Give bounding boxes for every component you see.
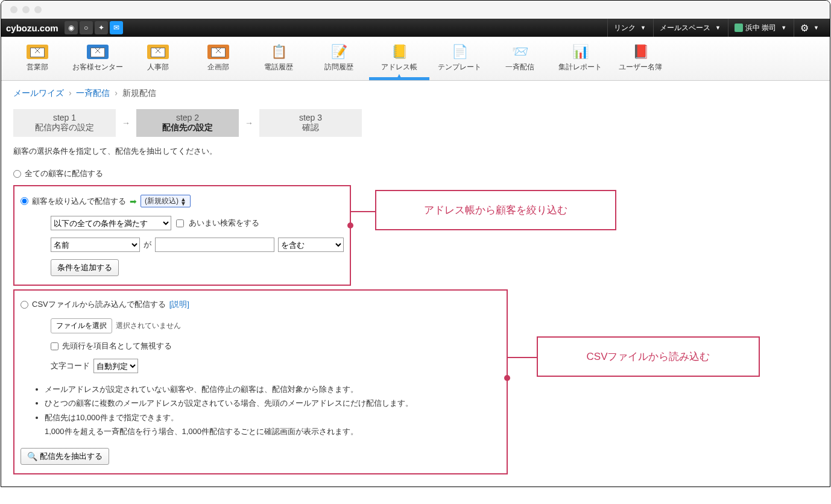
radio-filter-customers[interactable] [21, 197, 28, 205]
radio-csv-label: CSVファイルから読み込んで配信する [32, 299, 166, 310]
charset-select[interactable]: 自動判定 [93, 359, 138, 373]
arrow-right-icon: → [122, 118, 130, 128]
settings-menu[interactable]: ⚙▼ [794, 19, 825, 37]
file-choose-button[interactable]: ファイルを選択 [51, 318, 112, 333]
fuzzy-search-checkbox[interactable] [176, 219, 184, 227]
traffic-light-close[interactable] [10, 6, 17, 13]
avatar-icon [735, 24, 743, 32]
toolbar-item-report[interactable]: 📊集計レポート [550, 40, 610, 80]
gear-icon: ⚙ [800, 22, 809, 34]
callout-addressbook: アドレス帳から顧客を絞り込む [375, 190, 616, 230]
toolbar-item-addressbook[interactable]: 📒アドレス帳 [369, 40, 429, 80]
breadcrumb: メールワイズ › 一斉配信 › 新規配信 [1, 81, 830, 106]
fuzzy-search-label: あいまい検索をする [189, 218, 259, 228]
charset-label: 文字コード [51, 361, 90, 371]
phone-history-icon: 📋 [269, 44, 288, 60]
app-icon-1[interactable]: ◉ [65, 21, 78, 34]
app-toolbar: 営業部 お客様センター 人事部 企画部 📋電話履歴 📝訪問履歴 📒アドレス帳 📄… [1, 37, 830, 81]
link-menu[interactable]: リンク▼ [607, 19, 652, 37]
filter-section: 顧客を絞り込んで配信する ➡ (新規絞込)▲▼ 以下の全ての条件を満たす あいま… [13, 185, 351, 286]
arrow-right-green-icon: ➡ [130, 197, 137, 206]
step-1: step 1 配信内容の設定 [13, 109, 116, 137]
step-2: step 2 配信先の設定 [136, 109, 239, 137]
toolbar-item-bulk-send[interactable]: 📨一斉配信 [490, 40, 550, 80]
field-select[interactable]: 名前 [51, 238, 140, 252]
callout-connector-dot [347, 222, 353, 228]
chevron-down-icon: ▼ [640, 25, 646, 31]
csv-section: CSVファイルから読み込んで配信する [説明] ファイルを選択 選択されていませ… [13, 289, 508, 474]
chevron-down-icon: ▼ [814, 25, 819, 31]
radio-all-label: 全ての顧客に配信する [25, 168, 103, 179]
user-list-icon: 📕 [631, 44, 650, 60]
note-item: メールアドレスが設定されていない顧客や、配信停止の顧客は、配信対象から除きます。 [45, 382, 501, 396]
window-title-bar [1, 1, 830, 19]
callout-connector-line-2 [508, 357, 538, 358]
mail-icon[interactable]: ✉ [110, 21, 123, 34]
toolbar-item-sales[interactable]: 営業部 [7, 40, 68, 80]
traffic-light-min[interactable] [22, 6, 30, 13]
notes-list: メールアドレスが設定されていない顧客や、配信停止の顧客は、配信対象から除きます。… [21, 382, 501, 439]
file-status-text: 選択されていません [116, 321, 181, 331]
new-filter-button[interactable]: (新規絞込)▲▼ [141, 195, 191, 207]
chevron-down-icon: ▼ [715, 25, 721, 31]
csv-help-link[interactable]: [説明] [169, 299, 189, 310]
addressbook-icon: 📒 [390, 44, 409, 60]
operator-select[interactable]: を含む [278, 238, 344, 252]
toolbar-item-support[interactable]: お客様センター [68, 40, 128, 80]
value-input[interactable] [155, 238, 274, 252]
toolbar-item-visit-history[interactable]: 📝訪問履歴 [309, 40, 369, 80]
instruction-text: 顧客の選択条件を指定して、配信先を抽出してください。 [13, 146, 818, 157]
wizard-steps: step 1 配信内容の設定 → step 2 配信先の設定 → step 3 … [1, 106, 830, 146]
toolbar-item-hr[interactable]: 人事部 [128, 40, 188, 80]
callout-csv: CSVファイルから読み込む [537, 336, 760, 377]
traffic-light-max[interactable] [34, 6, 42, 13]
toolbar-item-phone-history[interactable]: 📋電話履歴 [248, 40, 309, 80]
arrow-right-icon: → [245, 118, 253, 128]
global-header: cybozu.com ◉ ○ ✦ ✉ リンク▼ メールスペース▼ 浜中 崇司▼ … [1, 19, 830, 37]
mailspace-menu[interactable]: メールスペース▼ [653, 19, 727, 37]
note-item: ひとつの顧客に複数のメールアドレスが設定されている場合、先頭のメールアドレスにだ… [45, 396, 501, 410]
ga-text: が [144, 239, 151, 250]
breadcrumb-link-1[interactable]: 一斉配信 [76, 88, 110, 98]
search-icon: 🔍 [27, 452, 37, 461]
extract-button[interactable]: 🔍配信先を抽出する [21, 448, 109, 465]
skip-header-checkbox[interactable] [51, 342, 58, 350]
skip-header-label: 先頭行を項目名として無視する [62, 341, 172, 351]
callout-connector-dot-2 [504, 375, 510, 381]
toolbar-item-planning[interactable]: 企画部 [188, 40, 248, 80]
visit-history-icon: 📝 [329, 44, 349, 60]
add-condition-button[interactable]: 条件を追加する [51, 259, 119, 276]
app-icon-2[interactable]: ○ [80, 21, 93, 34]
radio-csv[interactable] [21, 301, 28, 309]
condition-combinator-select[interactable]: 以下の全ての条件を満たす [51, 216, 171, 230]
logo: cybozu.com [6, 23, 58, 33]
note-item: 配信先は10,000件まで指定できます。1,000件を超える一斉配信を行う場合、… [45, 411, 501, 439]
user-menu[interactable]: 浜中 崇司▼ [728, 19, 792, 37]
step-3: step 3 確認 [259, 109, 362, 137]
template-icon: 📄 [450, 44, 469, 60]
bulk-send-icon: 📨 [510, 44, 529, 60]
chevron-down-icon: ▼ [781, 25, 786, 31]
toolbar-item-template[interactable]: 📄テンプレート [429, 40, 490, 80]
callout-connector-line [351, 211, 376, 212]
breadcrumb-current: 新規配信 [122, 88, 156, 98]
radio-all-customers[interactable] [13, 170, 21, 178]
breadcrumb-link-0[interactable]: メールワイズ [13, 88, 64, 98]
toolbar-item-user-list[interactable]: 📕ユーザー名簿 [610, 40, 671, 80]
app-icon-3[interactable]: ✦ [95, 21, 108, 34]
report-icon: 📊 [570, 44, 590, 60]
radio-filter-label: 顧客を絞り込んで配信する [32, 196, 126, 207]
